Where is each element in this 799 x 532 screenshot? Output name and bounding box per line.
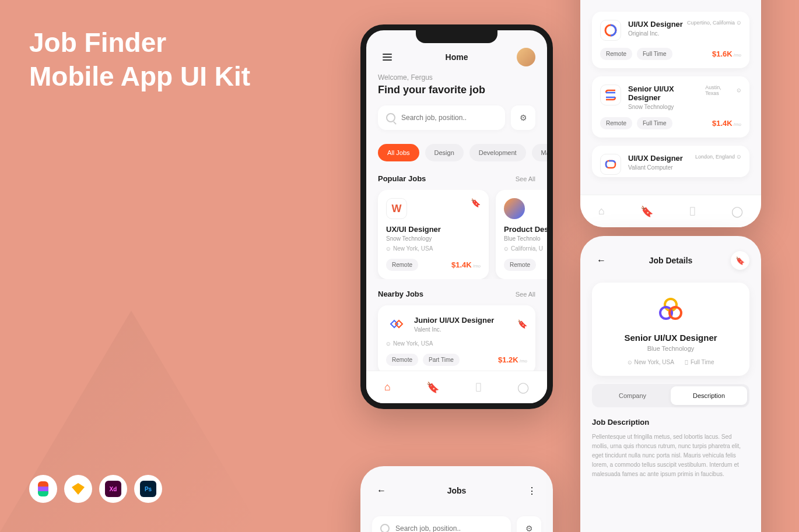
figma-icon (29, 475, 57, 503)
job-title: UX/UI Designer (386, 225, 481, 234)
avatar[interactable] (517, 48, 535, 66)
company-logo: W (386, 198, 407, 219)
job-title: UI/UX Designer (628, 154, 683, 163)
nav-briefcase-icon[interactable]: ⌷ (475, 381, 482, 393)
pin-icon: ⊙ (737, 154, 741, 160)
job-card[interactable]: Product Desi Blue Technolo ⊙California, … (496, 190, 547, 279)
popular-title: Popular Jobs (378, 174, 426, 183)
nav-home-icon[interactable]: ⌂ (598, 205, 605, 217)
tab-row: Company Description (592, 384, 749, 407)
search-input[interactable] (372, 516, 511, 532)
phone-jobs: ← Jobs ⋮ ⚙ (360, 466, 553, 532)
category-chip-design[interactable]: Design (425, 144, 464, 161)
category-chip-all[interactable]: All Jobs (378, 144, 419, 161)
job-title: Senior UI/UX Designer (600, 333, 741, 343)
bottom-nav: ⌂ 🔖 ⌷ ◯ (580, 195, 761, 227)
tab-description[interactable]: Description (671, 386, 747, 405)
back-icon[interactable]: ← (372, 481, 391, 500)
job-tag: Remote (504, 259, 536, 271)
bookmark-icon[interactable]: 🔖 (471, 198, 481, 207)
see-all-link[interactable]: See All (516, 291, 535, 298)
sketch-icon (64, 475, 92, 503)
bottom-nav: ⌂ 🔖 ⌷ ◯ (366, 371, 547, 403)
hero-title: Job Finder Mobile App UI Kit (29, 26, 250, 93)
hero-line2: Mobile App UI Kit (29, 60, 250, 94)
bookmark-button[interactable]: 🔖 (731, 251, 749, 270)
job-title: Junior UI/UX Designer (414, 316, 510, 325)
job-salary: $1.4K (712, 119, 733, 128)
tool-icons: Xd Ps (29, 475, 162, 503)
job-company: Valent Inc. (414, 326, 510, 333)
job-tag: Full Time (637, 117, 672, 129)
menu-icon[interactable] (378, 48, 397, 66)
job-location: Cupertino, California (687, 20, 735, 26)
search-input[interactable] (378, 105, 505, 130)
phone-saved: UI/UX Designer Original Inc. Cupertino, … (580, 0, 761, 227)
filter-button[interactable]: ⚙ (511, 105, 535, 130)
job-tag: Remote (600, 117, 632, 129)
ps-icon: Ps (134, 475, 162, 503)
job-location: Austin, Texas (705, 84, 735, 96)
xd-icon: Xd (99, 475, 127, 503)
pin-icon: ⊙ (628, 360, 632, 365)
briefcase-icon: ⌷ (685, 359, 688, 365)
list-item[interactable]: UI/UX Designer Valiant Computer London, … (592, 146, 749, 177)
welcome-text: Welcome, Fergus (378, 73, 535, 82)
job-title: Product Desi (504, 225, 547, 234)
job-detail-hero: Senior UI/UX Designer Blue Technology ⊙N… (592, 283, 749, 376)
job-company: Valiant Computer (628, 164, 683, 171)
job-company: Snow Technology (628, 104, 705, 110)
nav-briefcase-icon[interactable]: ⌷ (689, 205, 696, 217)
pin-icon: ⊙ (386, 341, 391, 347)
job-location: London, England (695, 154, 735, 160)
job-tag: Full Time (637, 48, 672, 60)
job-salary: $1.2K (498, 355, 518, 364)
job-tag: Part Time (423, 354, 460, 366)
back-icon[interactable]: ← (592, 251, 611, 270)
headline-text: Find your favorite job (378, 84, 535, 96)
job-company: Blue Technolo (504, 235, 547, 242)
search-field[interactable] (401, 114, 497, 122)
pin-icon: ⊙ (386, 246, 391, 252)
list-item[interactable]: UI/UX Designer Original Inc. Cupertino, … (592, 12, 749, 68)
category-chip-marketing[interactable]: Mark (532, 144, 547, 161)
job-card[interactable]: W 🔖 UX/UI Designer Snow Technology ⊙New … (378, 190, 489, 279)
page-title: Job Details (649, 256, 693, 265)
job-location: New York, USA (635, 359, 674, 365)
filter-button[interactable]: ⚙ (517, 516, 541, 532)
company-logo (600, 20, 621, 41)
bookmark-icon[interactable]: 🔖 (517, 319, 527, 329)
page-title: Jobs (447, 486, 467, 495)
job-tag: Remote (600, 48, 632, 60)
nav-bookmark-icon[interactable]: 🔖 (426, 381, 439, 394)
search-icon (380, 524, 390, 532)
see-all-link[interactable]: See All (516, 175, 535, 182)
phone-home: Home Welcome, Fergus Find your favorite … (360, 24, 553, 409)
description-text: Pellentesque ut fringilla metus, sed lob… (592, 432, 749, 479)
nav-home-icon[interactable]: ⌂ (384, 381, 391, 393)
job-tag: Remote (386, 259, 418, 271)
description-heading: Job Description (592, 418, 749, 427)
nav-profile-icon[interactable]: ◯ (517, 381, 529, 394)
page-title: Home (446, 52, 468, 62)
nearby-job-card[interactable]: Junior UI/UX Designer Valent Inc. 🔖 ⊙New… (378, 305, 535, 374)
list-item[interactable]: Senior UI/UX Designer Snow Technology Au… (592, 76, 749, 138)
more-icon[interactable]: ⋮ (523, 481, 541, 500)
company-logo (386, 313, 407, 334)
tab-company[interactable]: Company (594, 386, 671, 405)
category-chip-development[interactable]: Development (469, 144, 526, 161)
job-location: California, U (511, 245, 543, 252)
pin-icon: ⊙ (737, 87, 741, 93)
job-location: New York, USA (393, 340, 433, 347)
nearby-title: Nearby Jobs (378, 290, 423, 298)
job-salary: $1.6K (712, 50, 733, 58)
nav-profile-icon[interactable]: ◯ (731, 205, 743, 218)
job-title: UI/UX Designer (628, 20, 683, 29)
search-field[interactable] (395, 524, 503, 532)
job-title: Senior UI/UX Designer (628, 84, 705, 102)
nav-bookmark-icon[interactable]: 🔖 (640, 205, 653, 218)
job-company: Snow Technology (386, 235, 481, 242)
job-type: Full Time (691, 359, 714, 365)
pin-icon: ⊙ (737, 20, 741, 26)
company-logo (504, 198, 525, 219)
